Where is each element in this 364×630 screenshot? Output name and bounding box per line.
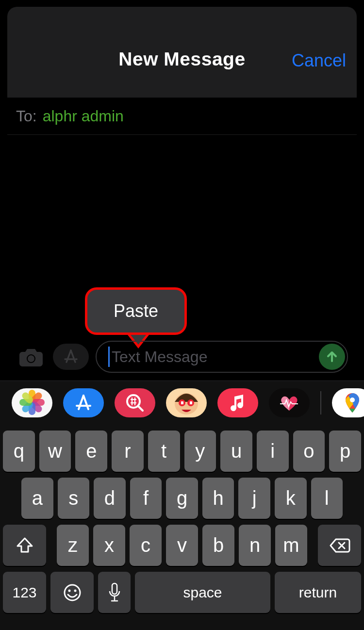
paste-menu[interactable]: Paste: [85, 287, 187, 335]
camera-button[interactable]: [16, 345, 46, 369]
app-strip-divider: [320, 391, 321, 414]
photos-app-icon[interactable]: [12, 388, 52, 417]
svg-point-9: [65, 585, 80, 600]
key-a[interactable]: a: [21, 478, 53, 519]
key-k[interactable]: k: [275, 478, 307, 519]
paste-menu-item[interactable]: Paste: [114, 301, 158, 321]
key-space[interactable]: space: [135, 572, 270, 613]
key-n[interactable]: n: [239, 525, 271, 566]
key-g[interactable]: g: [166, 478, 198, 519]
svg-point-11: [74, 589, 76, 592]
key-y[interactable]: y: [184, 431, 216, 472]
message-placeholder: Text Message: [112, 348, 207, 366]
text-cursor: [108, 347, 110, 367]
modal-header: New Message Cancel: [7, 7, 357, 97]
key-row-4: 123 space return: [0, 572, 364, 613]
key-v[interactable]: v: [166, 525, 198, 566]
key-emoji[interactable]: [50, 572, 94, 613]
key-shift[interactable]: [3, 525, 46, 566]
key-u[interactable]: u: [220, 431, 252, 472]
key-delete[interactable]: [318, 525, 361, 566]
key-d[interactable]: d: [94, 478, 126, 519]
send-button[interactable]: [319, 344, 345, 370]
key-return[interactable]: return: [275, 572, 361, 613]
to-label: To:: [16, 107, 37, 125]
to-recipient: alphr admin: [43, 107, 124, 125]
message-input-wrap[interactable]: Text Message: [96, 341, 348, 373]
key-e[interactable]: e: [75, 431, 107, 472]
key-j[interactable]: j: [238, 478, 270, 519]
fitness-app-icon[interactable]: [269, 388, 310, 417]
to-field[interactable]: To: alphr admin: [7, 97, 357, 135]
app-drawer-button[interactable]: [53, 344, 89, 370]
key-l[interactable]: l: [311, 478, 343, 519]
keyboard: q w e r t y u i o p a s d f g h j k l z …: [0, 381, 364, 630]
app-store-app-icon[interactable]: [63, 388, 104, 417]
cancel-button[interactable]: Cancel: [292, 50, 346, 71]
maps-app-icon[interactable]: [332, 388, 364, 417]
key-z[interactable]: z: [57, 525, 89, 566]
key-t[interactable]: t: [148, 431, 180, 472]
key-row-3: z x c v b n m: [0, 525, 364, 566]
key-m[interactable]: m: [275, 525, 307, 566]
new-message-modal: New Message Cancel To: alphr admin Paste…: [7, 7, 357, 381]
music-app-icon[interactable]: [217, 388, 258, 417]
compose-bar: Text Message: [7, 339, 357, 381]
svg-rect-6: [181, 401, 183, 404]
key-w[interactable]: w: [39, 431, 71, 472]
svg-rect-12: [112, 583, 117, 594]
key-b[interactable]: b: [202, 525, 234, 566]
key-s[interactable]: s: [58, 478, 90, 519]
key-123[interactable]: 123: [3, 572, 46, 613]
key-f[interactable]: f: [130, 478, 162, 519]
key-row-1: q w e r t y u i o p: [0, 431, 364, 472]
key-r[interactable]: r: [112, 431, 144, 472]
key-h[interactable]: h: [202, 478, 234, 519]
key-c[interactable]: c: [130, 525, 162, 566]
hashtag-search-app-icon[interactable]: [115, 388, 155, 417]
svg-point-8: [350, 398, 355, 402]
svg-point-10: [68, 589, 70, 592]
key-q[interactable]: q: [3, 431, 35, 472]
conversation-area: Paste Text Message: [7, 135, 357, 381]
key-o[interactable]: o: [293, 431, 325, 472]
key-row-2: a s d f g h j k l: [0, 478, 364, 519]
key-dictation[interactable]: [98, 572, 131, 613]
key-x[interactable]: x: [93, 525, 125, 566]
svg-rect-7: [190, 401, 192, 404]
memoji-app-icon[interactable]: [166, 388, 207, 417]
svg-point-1: [28, 355, 34, 362]
imessage-app-strip[interactable]: [0, 381, 364, 425]
key-i[interactable]: i: [257, 431, 289, 472]
key-p[interactable]: p: [329, 431, 361, 472]
